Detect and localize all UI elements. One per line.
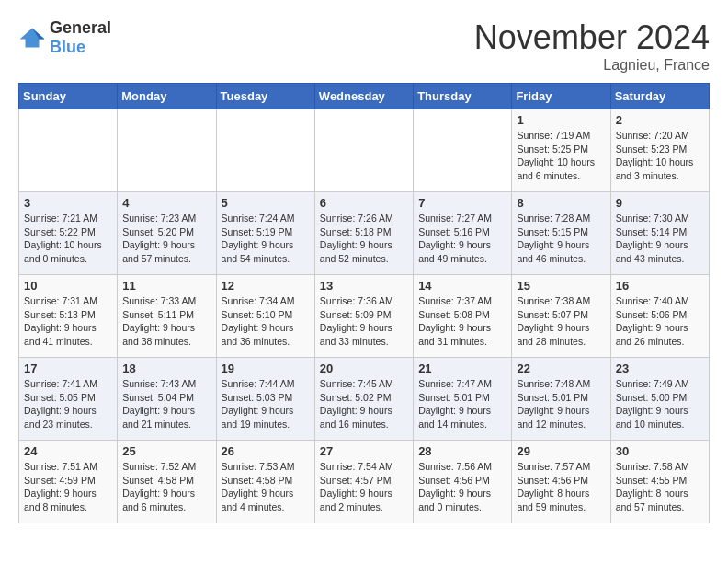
day-header: Sunday xyxy=(19,84,118,109)
day-info: Sunrise: 7:28 AM Sunset: 5:15 PM Dayligh… xyxy=(517,212,605,266)
calendar-cell: 29Sunrise: 7:57 AM Sunset: 4:56 PM Dayli… xyxy=(512,441,610,523)
day-number: 1 xyxy=(517,113,605,127)
day-info: Sunrise: 7:30 AM Sunset: 5:14 PM Dayligh… xyxy=(616,212,704,266)
day-number: 28 xyxy=(418,444,506,458)
calendar-cell: 18Sunrise: 7:43 AM Sunset: 5:04 PM Dayli… xyxy=(118,358,216,441)
day-number: 17 xyxy=(24,362,112,375)
day-number: 29 xyxy=(517,444,605,458)
day-number: 27 xyxy=(320,444,408,458)
calendar-cell: 20Sunrise: 7:45 AM Sunset: 5:02 PM Dayli… xyxy=(314,358,413,441)
calendar-cell xyxy=(314,109,413,192)
day-number: 18 xyxy=(122,362,210,375)
day-number: 7 xyxy=(418,196,506,210)
calendar-cell: 14Sunrise: 7:37 AM Sunset: 5:08 PM Dayli… xyxy=(414,275,512,358)
calendar-cell: 7Sunrise: 7:27 AM Sunset: 5:16 PM Daylig… xyxy=(414,192,512,275)
calendar-week-row: 10Sunrise: 7:31 AM Sunset: 5:13 PM Dayli… xyxy=(19,275,710,358)
day-header: Tuesday xyxy=(216,84,314,109)
calendar-cell: 13Sunrise: 7:36 AM Sunset: 5:09 PM Dayli… xyxy=(314,275,413,358)
calendar-body: 1Sunrise: 7:19 AM Sunset: 5:25 PM Daylig… xyxy=(19,109,710,523)
day-number: 24 xyxy=(24,444,112,458)
calendar-cell: 10Sunrise: 7:31 AM Sunset: 5:13 PM Dayli… xyxy=(19,275,118,358)
day-info: Sunrise: 7:38 AM Sunset: 5:07 PM Dayligh… xyxy=(517,294,605,349)
day-number: 25 xyxy=(122,444,210,458)
day-number: 22 xyxy=(517,362,605,375)
day-number: 13 xyxy=(320,279,408,293)
calendar-cell xyxy=(19,109,118,192)
logo-icon xyxy=(18,27,46,49)
day-info: Sunrise: 7:49 AM Sunset: 5:00 PM Dayligh… xyxy=(616,377,704,431)
day-info: Sunrise: 7:24 AM Sunset: 5:19 PM Dayligh… xyxy=(222,212,310,266)
day-info: Sunrise: 7:52 AM Sunset: 4:58 PM Dayligh… xyxy=(122,460,210,514)
calendar-cell: 26Sunrise: 7:53 AM Sunset: 4:58 PM Dayli… xyxy=(216,441,314,523)
day-header: Friday xyxy=(512,84,610,109)
calendar-header: SundayMondayTuesdayWednesdayThursdayFrid… xyxy=(19,84,710,109)
day-info: Sunrise: 7:27 AM Sunset: 5:16 PM Dayligh… xyxy=(418,212,506,266)
day-number: 10 xyxy=(24,279,112,293)
calendar-cell: 24Sunrise: 7:51 AM Sunset: 4:59 PM Dayli… xyxy=(19,441,118,523)
logo: General Blue xyxy=(18,18,111,57)
header: General Blue November 2024 Lagnieu, Fran… xyxy=(18,18,710,74)
calendar-cell: 19Sunrise: 7:44 AM Sunset: 5:03 PM Dayli… xyxy=(216,358,314,441)
calendar-cell: 27Sunrise: 7:54 AM Sunset: 4:57 PM Dayli… xyxy=(314,441,413,523)
day-number: 30 xyxy=(616,444,704,458)
day-number: 11 xyxy=(122,279,210,293)
day-info: Sunrise: 7:41 AM Sunset: 5:05 PM Dayligh… xyxy=(24,377,112,431)
day-info: Sunrise: 7:51 AM Sunset: 4:59 PM Dayligh… xyxy=(24,460,112,514)
day-number: 20 xyxy=(320,362,408,375)
day-number: 5 xyxy=(222,196,310,210)
day-header: Monday xyxy=(118,84,216,109)
calendar-cell: 25Sunrise: 7:52 AM Sunset: 4:58 PM Dayli… xyxy=(118,441,216,523)
day-info: Sunrise: 7:21 AM Sunset: 5:22 PM Dayligh… xyxy=(24,212,112,266)
calendar-cell: 9Sunrise: 7:30 AM Sunset: 5:14 PM Daylig… xyxy=(610,192,709,275)
calendar-cell: 21Sunrise: 7:47 AM Sunset: 5:01 PM Dayli… xyxy=(414,358,512,441)
month-title: November 2024 xyxy=(474,18,710,57)
day-info: Sunrise: 7:53 AM Sunset: 4:58 PM Dayligh… xyxy=(222,460,310,514)
day-number: 16 xyxy=(616,279,704,293)
day-number: 3 xyxy=(24,196,112,210)
calendar-week-row: 17Sunrise: 7:41 AM Sunset: 5:05 PM Dayli… xyxy=(19,358,710,441)
calendar-cell: 6Sunrise: 7:26 AM Sunset: 5:18 PM Daylig… xyxy=(314,192,413,275)
day-info: Sunrise: 7:45 AM Sunset: 5:02 PM Dayligh… xyxy=(320,377,408,431)
day-info: Sunrise: 7:57 AM Sunset: 4:56 PM Dayligh… xyxy=(517,460,605,514)
day-number: 2 xyxy=(616,113,704,127)
day-info: Sunrise: 7:20 AM Sunset: 5:23 PM Dayligh… xyxy=(616,129,704,183)
day-info: Sunrise: 7:26 AM Sunset: 5:18 PM Dayligh… xyxy=(320,212,408,266)
calendar-cell: 16Sunrise: 7:40 AM Sunset: 5:06 PM Dayli… xyxy=(610,275,709,358)
calendar-week-row: 1Sunrise: 7:19 AM Sunset: 5:25 PM Daylig… xyxy=(19,109,710,192)
calendar-cell: 17Sunrise: 7:41 AM Sunset: 5:05 PM Dayli… xyxy=(19,358,118,441)
day-info: Sunrise: 7:47 AM Sunset: 5:01 PM Dayligh… xyxy=(418,377,506,431)
calendar-cell: 30Sunrise: 7:58 AM Sunset: 4:55 PM Dayli… xyxy=(610,441,709,523)
day-header: Saturday xyxy=(610,84,709,109)
logo-blue: Blue xyxy=(50,38,85,56)
calendar-week-row: 3Sunrise: 7:21 AM Sunset: 5:22 PM Daylig… xyxy=(19,192,710,275)
calendar-cell: 15Sunrise: 7:38 AM Sunset: 5:07 PM Dayli… xyxy=(512,275,610,358)
calendar-cell: 4Sunrise: 7:23 AM Sunset: 5:20 PM Daylig… xyxy=(118,192,216,275)
day-info: Sunrise: 7:56 AM Sunset: 4:56 PM Dayligh… xyxy=(418,460,506,514)
day-number: 12 xyxy=(222,279,310,293)
title-area: November 2024 Lagnieu, France xyxy=(474,18,710,74)
calendar-cell: 5Sunrise: 7:24 AM Sunset: 5:19 PM Daylig… xyxy=(216,192,314,275)
day-number: 8 xyxy=(517,196,605,210)
calendar-cell xyxy=(414,109,512,192)
day-number: 19 xyxy=(222,362,310,375)
calendar-week-row: 24Sunrise: 7:51 AM Sunset: 4:59 PM Dayli… xyxy=(19,441,710,523)
day-header: Wednesday xyxy=(314,84,413,109)
calendar-cell xyxy=(118,109,216,192)
day-number: 4 xyxy=(122,196,210,210)
day-number: 15 xyxy=(517,279,605,293)
day-number: 23 xyxy=(616,362,704,375)
calendar-cell: 28Sunrise: 7:56 AM Sunset: 4:56 PM Dayli… xyxy=(414,441,512,523)
day-info: Sunrise: 7:54 AM Sunset: 4:57 PM Dayligh… xyxy=(320,460,408,514)
day-info: Sunrise: 7:48 AM Sunset: 5:01 PM Dayligh… xyxy=(517,377,605,431)
calendar-cell: 23Sunrise: 7:49 AM Sunset: 5:00 PM Dayli… xyxy=(610,358,709,441)
calendar-cell xyxy=(216,109,314,192)
day-info: Sunrise: 7:43 AM Sunset: 5:04 PM Dayligh… xyxy=(122,377,210,431)
calendar-cell: 22Sunrise: 7:48 AM Sunset: 5:01 PM Dayli… xyxy=(512,358,610,441)
day-info: Sunrise: 7:37 AM Sunset: 5:08 PM Dayligh… xyxy=(418,294,506,349)
day-header: Thursday xyxy=(414,84,512,109)
logo-general: General xyxy=(50,18,111,37)
day-number: 14 xyxy=(418,279,506,293)
day-info: Sunrise: 7:40 AM Sunset: 5:06 PM Dayligh… xyxy=(616,294,704,349)
day-number: 21 xyxy=(418,362,506,375)
day-info: Sunrise: 7:36 AM Sunset: 5:09 PM Dayligh… xyxy=(320,294,408,349)
